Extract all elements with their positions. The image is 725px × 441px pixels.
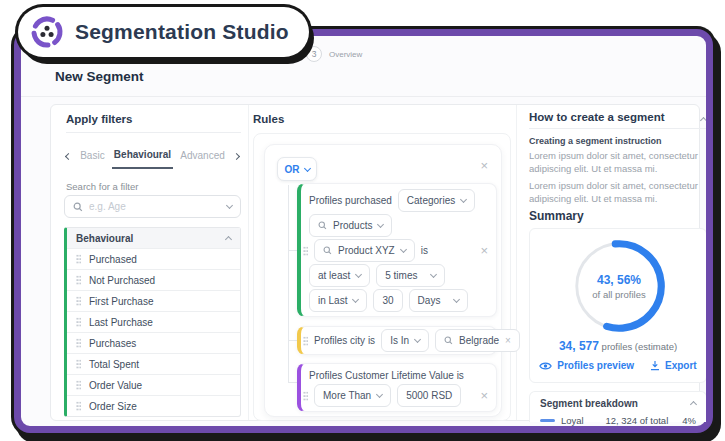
breakdown-row-loyal: Loyal 12, 324 of total 4%: [530, 413, 706, 426]
column-divider-2: [516, 105, 517, 420]
city-operator-select[interactable]: Is In: [381, 329, 429, 352]
clv-operator-select[interactable]: More Than: [314, 384, 391, 407]
filter-group-list: Behavioural Purchased Not Purchased Firs…: [64, 227, 241, 417]
rules-title: Rules: [253, 113, 284, 125]
time-window-value-input[interactable]: 30: [373, 289, 402, 312]
breakdown-title: Segment breakdown: [540, 398, 638, 409]
help-section-title: How to create a segment: [529, 111, 664, 123]
brand-logo-icon: [29, 14, 65, 50]
city-value-select[interactable]: Belgrade ×: [435, 329, 520, 352]
tab-behavioural[interactable]: Behavioural: [112, 144, 173, 169]
logic-operator-button[interactable]: OR: [277, 157, 317, 181]
chevron-down-icon: [355, 271, 362, 278]
filter-item-purchased[interactable]: Purchased: [67, 248, 240, 269]
summary-card: 43, 56% of all profiles 34, 577 profiles…: [529, 228, 706, 383]
chevron-down-icon: [377, 221, 384, 228]
drag-handle-icon[interactable]: [76, 275, 81, 285]
tab-basic[interactable]: Basic: [78, 145, 106, 168]
filter-group-title: Behavioural: [76, 233, 133, 244]
app-content: 3 Overview New Segment Apply filters Bas…: [21, 36, 706, 426]
drag-handle-icon[interactable]: [76, 317, 81, 327]
breakdown-name: Loyal: [561, 415, 599, 426]
search-filter-label: Search for a filter: [66, 181, 138, 192]
instruction-paragraph-2: Lorem ipsum dolor sit amet, consectetur …: [529, 179, 706, 206]
search-icon: [318, 221, 327, 230]
segment-breakdown-card: Segment breakdown Loyal 12, 324 of total…: [529, 391, 706, 422]
export-link[interactable]: Export: [650, 360, 697, 371]
drag-handle-icon[interactable]: [303, 391, 308, 401]
filter-group-header[interactable]: Behavioural: [67, 228, 240, 248]
chevron-down-icon: [453, 296, 460, 303]
filter-item-last-purchase[interactable]: Last Purchase: [67, 311, 240, 332]
filter-search-input[interactable]: [89, 201, 221, 212]
apply-filters-divider: [66, 132, 241, 133]
filter-item-order-value[interactable]: Order Value: [67, 374, 240, 395]
profiles-preview-link[interactable]: Profiles preview: [539, 360, 634, 371]
drag-handle-icon[interactable]: [303, 336, 308, 346]
brand-title: Segmentation Studio: [75, 20, 289, 44]
tabs-scroll-left-icon[interactable]: [64, 154, 73, 159]
donut-percent-label: 43, 56%: [597, 273, 641, 287]
remove-value-icon[interactable]: ×: [505, 336, 511, 346]
profiles-donut-chart: 43, 56% of all profiles: [571, 238, 667, 334]
screenshot-stage: 3 Overview New Segment Apply filters Bas…: [0, 0, 725, 441]
frequency-operator-select[interactable]: at least: [309, 264, 370, 287]
search-dropdown-icon[interactable]: [226, 202, 233, 209]
rule-card-purchased: Profiles purchased Categories Products: [297, 183, 497, 317]
search-icon: [444, 336, 453, 345]
frequency-value-select[interactable]: 5 times: [376, 264, 445, 287]
drag-handle-icon[interactable]: [76, 401, 81, 411]
search-icon: [323, 246, 332, 255]
drag-handle-icon[interactable]: [76, 338, 81, 348]
time-window-unit-select[interactable]: Days: [409, 289, 469, 312]
rule-card-city: Profiles city is Is In Belgrade ×: [297, 326, 497, 355]
drag-handle-icon[interactable]: [76, 254, 81, 264]
remove-condition-button[interactable]: ×: [480, 389, 488, 402]
chevron-down-icon: [376, 391, 383, 398]
collapse-breakdown-icon[interactable]: [690, 401, 697, 408]
rule-group-card: OR × Profiles purchased: [264, 144, 502, 417]
segment-breakdown-header[interactable]: Segment breakdown: [530, 392, 706, 413]
products-search-select[interactable]: Products: [309, 214, 392, 237]
page-title: New Segment: [55, 69, 144, 84]
tabs-scroll-right-icon[interactable]: [232, 154, 241, 159]
remove-condition-button[interactable]: ×: [480, 244, 488, 257]
filter-item-order-size[interactable]: Order Size: [67, 395, 240, 416]
rule-intro-text: Profiles Customer Lifetime Value is: [309, 370, 464, 381]
drag-handle-icon[interactable]: [303, 246, 308, 256]
collapse-group-icon[interactable]: [225, 235, 232, 242]
drag-handle-icon[interactable]: [76, 296, 81, 306]
tab-advanced[interactable]: Advanced: [178, 145, 226, 168]
filter-item-not-purchased[interactable]: Not Purchased: [67, 269, 240, 290]
donut-caption: of all profiles: [592, 289, 645, 300]
chevron-down-icon: [303, 164, 310, 171]
clv-value-input[interactable]: 5000 RSD: [397, 384, 461, 407]
stepper-step-3-label: Overview: [329, 50, 362, 59]
time-window-operator-select[interactable]: in Last: [309, 289, 367, 312]
drag-handle-icon[interactable]: [76, 359, 81, 369]
rule-card-clv: Profiles Customer Lifetime Value is More…: [297, 363, 497, 412]
breakdown-percent: 4%: [682, 415, 696, 426]
collapse-help-icon[interactable]: [700, 117, 706, 124]
apply-filters-title: Apply filters: [66, 113, 132, 125]
filter-item-purchases[interactable]: Purchases: [67, 332, 240, 353]
chevron-down-icon: [400, 246, 407, 253]
categories-select[interactable]: Categories: [398, 189, 475, 212]
stepper-step-3[interactable]: 3: [306, 46, 322, 62]
step-number: 3: [312, 49, 317, 59]
filter-item-first-purchase[interactable]: First Purchase: [67, 290, 240, 311]
instruction-title: Creating a segment instruction: [529, 136, 662, 146]
chevron-down-icon: [352, 296, 359, 303]
filter-tabs: Basic Behavioural Advanced: [64, 144, 241, 169]
eye-icon: [539, 361, 552, 371]
legend-dash-icon: [540, 419, 555, 422]
drag-handle-icon[interactable]: [76, 380, 81, 390]
filter-item-total-spent[interactable]: Total Spent: [67, 353, 240, 374]
column-divider-1: [248, 105, 249, 420]
product-value-select[interactable]: Product XYZ: [314, 239, 415, 262]
filter-search-field[interactable]: [64, 195, 241, 218]
download-icon: [650, 360, 660, 371]
instruction-paragraph-1: Lorem ipsum dolor sit amet, consectetur …: [529, 149, 706, 176]
remove-group-button[interactable]: ×: [480, 159, 488, 172]
rule-intro-text: Profiles city is: [314, 335, 375, 346]
